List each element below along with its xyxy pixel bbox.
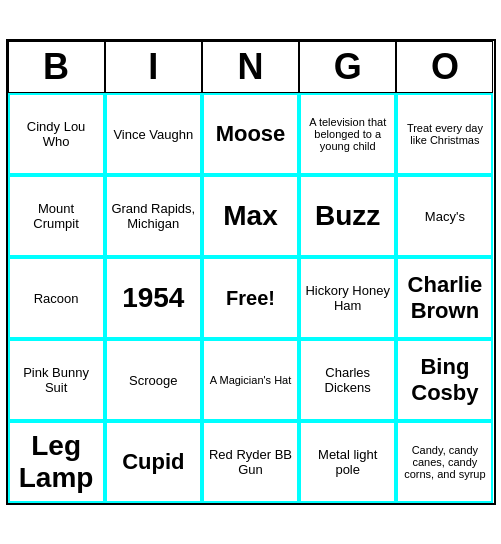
cell-13: Hickory Honey Ham xyxy=(299,257,396,339)
cell-15: Pink Bunny Suit xyxy=(8,339,105,421)
header-n: N xyxy=(202,41,299,93)
cell-0: Cindy Lou Who xyxy=(8,93,105,175)
cell-4: Treat every day like Christmas xyxy=(396,93,493,175)
cell-1: Vince Vaughn xyxy=(105,93,202,175)
cell-11: 1954 xyxy=(105,257,202,339)
cell-20: Leg Lamp xyxy=(8,421,105,503)
cell-19: Bing Cosby xyxy=(396,339,493,421)
cell-24: Candy, candy canes, candy corns, and syr… xyxy=(396,421,493,503)
cell-12: Free! xyxy=(202,257,299,339)
cell-7: Max xyxy=(202,175,299,257)
header-o: O xyxy=(396,41,493,93)
header-b: B xyxy=(8,41,105,93)
bingo-header: B I N G O xyxy=(8,41,494,93)
cell-14: Charlie Brown xyxy=(396,257,493,339)
cell-23: Metal light pole xyxy=(299,421,396,503)
header-g: G xyxy=(299,41,396,93)
cell-5: Mount Crumpit xyxy=(8,175,105,257)
cell-18: Charles Dickens xyxy=(299,339,396,421)
cell-6: Grand Rapids, Michigan xyxy=(105,175,202,257)
cell-16: Scrooge xyxy=(105,339,202,421)
cell-22: Red Ryder BB Gun xyxy=(202,421,299,503)
cell-8: Buzz xyxy=(299,175,396,257)
header-i: I xyxy=(105,41,202,93)
cell-3: A television that belonged to a young ch… xyxy=(299,93,396,175)
bingo-card: B I N G O Cindy Lou WhoVince VaughnMoose… xyxy=(6,39,496,505)
cell-10: Racoon xyxy=(8,257,105,339)
bingo-grid: Cindy Lou WhoVince VaughnMooseA televisi… xyxy=(8,93,494,503)
cell-17: A Magician's Hat xyxy=(202,339,299,421)
cell-21: Cupid xyxy=(105,421,202,503)
cell-9: Macy's xyxy=(396,175,493,257)
cell-2: Moose xyxy=(202,93,299,175)
